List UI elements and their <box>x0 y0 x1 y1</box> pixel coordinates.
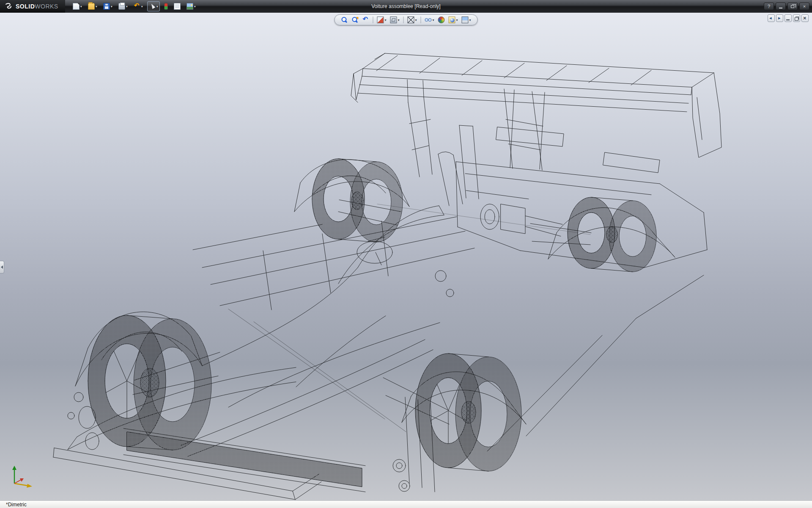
document-restore-icon <box>794 16 799 21</box>
viewport-previous-button[interactable] <box>768 14 775 22</box>
viewport-next-icon <box>777 16 782 21</box>
minimize-button[interactable] <box>776 3 786 10</box>
view-settings-icon <box>462 17 469 23</box>
view-orientation-dropdown-arrow[interactable] <box>398 18 399 22</box>
zoom-to-fit-button[interactable] <box>340 16 349 24</box>
save-dropdown-arrow[interactable] <box>111 5 112 8</box>
heads-up-view-toolbar <box>334 14 477 25</box>
restore-button[interactable] <box>787 3 798 10</box>
brand-name-light: WORKS <box>35 3 58 10</box>
options-icon <box>187 3 193 10</box>
open-document-icon <box>88 3 95 10</box>
brand-name-bold: SOLID <box>16 3 35 10</box>
display-style-dropdown-arrow[interactable] <box>415 18 417 22</box>
print-icon <box>118 3 125 10</box>
section-view-dropdown-arrow[interactable] <box>384 18 386 22</box>
zoom-to-area-button[interactable] <box>350 16 359 24</box>
hide-show-items-dropdown-arrow[interactable] <box>433 18 434 22</box>
edit-appearance-icon <box>438 17 445 23</box>
view-orientation-status: *Dimetric <box>6 502 27 508</box>
display-style-button[interactable] <box>406 16 418 24</box>
document-close-icon <box>802 16 808 21</box>
toolbar-separator <box>373 17 373 23</box>
options-dropdown-arrow[interactable] <box>194 5 196 8</box>
zoom-to-area-icon <box>351 17 358 23</box>
document-close-button[interactable] <box>801 14 809 22</box>
undo-icon <box>134 3 140 10</box>
apply-scene-dropdown-arrow[interactable] <box>456 18 458 22</box>
view-orientation-button[interactable] <box>389 16 401 24</box>
viewport-previous-icon <box>768 16 774 21</box>
save-button[interactable] <box>102 1 114 11</box>
document-minimize-button[interactable] <box>785 14 792 22</box>
viewport-next-button[interactable] <box>776 14 783 22</box>
previous-view-icon <box>362 17 369 23</box>
select-dropdown-arrow[interactable] <box>156 5 158 8</box>
status-bar: *Dimetric <box>0 500 812 508</box>
close-icon: × <box>803 4 806 9</box>
help-icon: ? <box>768 4 770 9</box>
orientation-triad-icon <box>8 462 38 489</box>
edit-appearance-button[interactable] <box>437 16 446 24</box>
application-brand: SOLIDWORKS <box>0 0 65 13</box>
close-button[interactable]: × <box>799 3 809 10</box>
ds-logo-icon <box>4 2 13 11</box>
new-document-dropdown-arrow[interactable] <box>80 5 82 8</box>
undo-dropdown-arrow[interactable] <box>141 5 143 8</box>
hide-show-items-icon <box>425 17 432 23</box>
new-document-button[interactable] <box>71 1 84 11</box>
open-document-button[interactable] <box>86 1 99 11</box>
undo-button[interactable] <box>132 1 145 11</box>
section-view-button[interactable] <box>376 16 387 24</box>
open-document-dropdown-arrow[interactable] <box>96 5 97 8</box>
main-toolbar <box>65 1 198 11</box>
document-title: Voiture assomblee [Read-only] <box>371 3 440 9</box>
hide-show-items-button[interactable] <box>424 16 436 24</box>
rebuild-icon <box>164 3 168 10</box>
options-button[interactable] <box>185 1 198 11</box>
select-button[interactable] <box>147 1 160 11</box>
apply-scene-icon <box>449 17 455 23</box>
print-dropdown-arrow[interactable] <box>126 5 128 8</box>
view-settings-dropdown-arrow[interactable] <box>469 18 471 22</box>
graphics-viewport[interactable] <box>0 13 812 500</box>
help-button[interactable]: ? <box>764 3 774 10</box>
minimize-icon <box>779 8 782 8</box>
select-icon <box>149 3 156 10</box>
toolbar-separator <box>421 17 421 23</box>
new-document-icon <box>73 3 80 10</box>
file-properties-button[interactable] <box>172 1 182 11</box>
print-button[interactable] <box>117 1 129 11</box>
display-style-icon <box>407 17 414 23</box>
section-view-icon <box>377 17 384 23</box>
previous-view-button[interactable] <box>361 16 370 24</box>
document-window-buttons <box>768 14 809 22</box>
view-settings-button[interactable] <box>461 16 472 24</box>
rebuild-button[interactable] <box>162 1 170 11</box>
zoom-to-fit-icon <box>341 17 348 23</box>
document-restore-button[interactable] <box>793 14 800 22</box>
document-minimize-icon <box>785 16 791 21</box>
wireframe-race-car-model[interactable] <box>0 13 812 500</box>
apply-scene-button[interactable] <box>447 16 459 24</box>
window-controls: ? × <box>764 0 809 13</box>
save-icon <box>103 3 110 10</box>
toolbar-separator <box>403 17 403 23</box>
view-orientation-icon <box>390 17 397 23</box>
brand-name: SOLIDWORKS <box>16 3 58 10</box>
restore-icon <box>791 5 794 8</box>
file-properties-icon <box>174 3 181 10</box>
title-bar: SOLIDWORKS Voiture assomblee [Read-only]… <box>0 0 812 13</box>
featuremanager-collapse-tab[interactable] <box>0 261 4 273</box>
